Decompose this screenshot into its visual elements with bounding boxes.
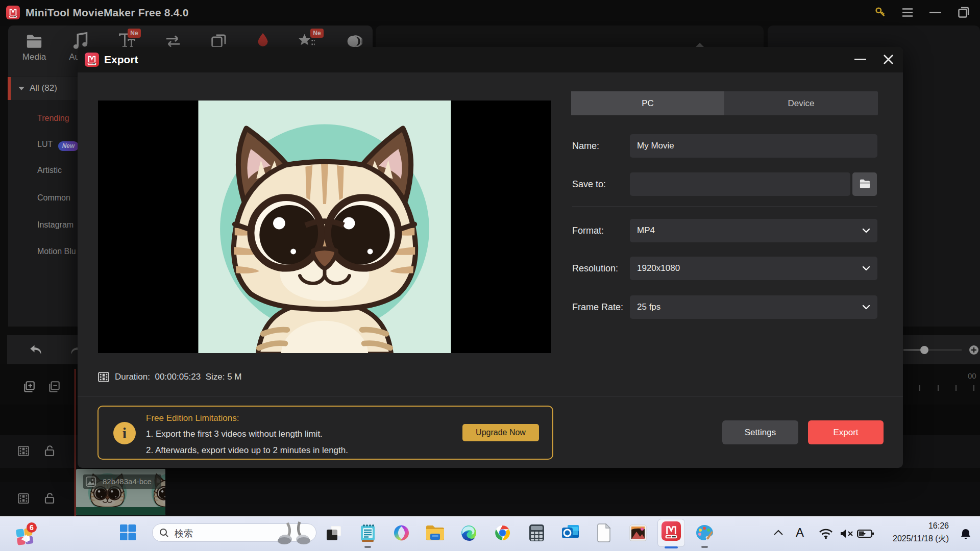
svg-text:6: 6 <box>30 523 34 532</box>
